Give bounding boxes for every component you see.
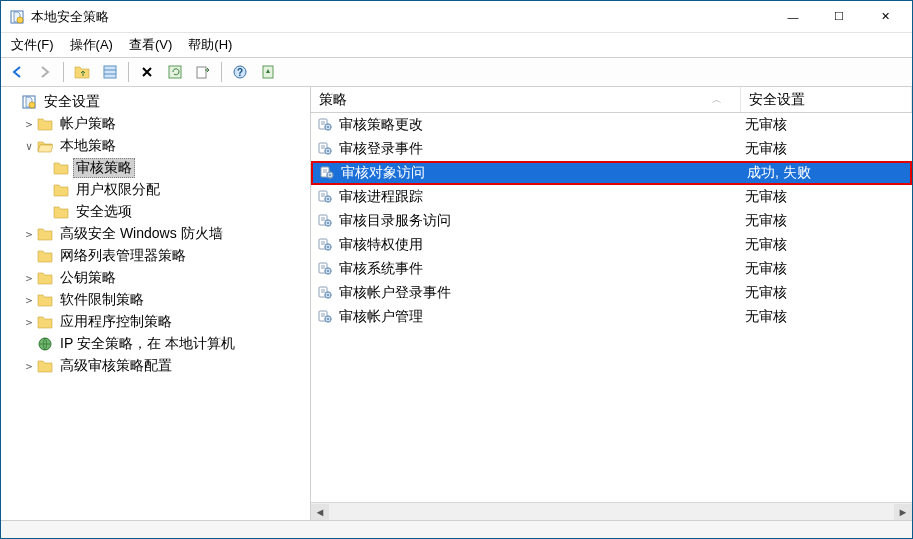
cell-policy-text: 审核登录事件 bbox=[339, 140, 423, 158]
toolbar: ? bbox=[1, 57, 912, 87]
tree-item-label: 高级审核策略配置 bbox=[57, 356, 175, 376]
tree-item-firewall[interactable]: > 高级安全 Windows 防火墙 bbox=[1, 223, 310, 245]
toolbar-separator bbox=[221, 62, 222, 82]
menu-view[interactable]: 查看(V) bbox=[129, 36, 172, 54]
list-row[interactable]: 审核系统事件无审核 bbox=[311, 257, 912, 281]
tree-pane[interactable]: 安全设置 > 帐户策略 ∨ 本地策略 审核策略 bbox=[1, 87, 311, 520]
svg-rect-12 bbox=[197, 67, 206, 78]
tree-item-account-policies[interactable]: > 帐户策略 bbox=[1, 113, 310, 135]
maximize-button[interactable]: ☐ bbox=[816, 2, 862, 32]
expander-icon[interactable]: > bbox=[21, 228, 37, 241]
content-area: 安全设置 > 帐户策略 ∨ 本地策略 审核策略 bbox=[1, 87, 912, 520]
policy-icon bbox=[317, 213, 335, 229]
minimize-button[interactable]: — bbox=[770, 2, 816, 32]
forward-button[interactable] bbox=[33, 60, 57, 84]
list-row[interactable]: 审核登录事件无审核 bbox=[311, 137, 912, 161]
globe-icon bbox=[37, 336, 53, 352]
tree-item-ipsec[interactable]: IP 安全策略，在 本地计算机 bbox=[1, 333, 310, 355]
policy-icon bbox=[317, 117, 335, 133]
tree-item-label: 应用程序控制策略 bbox=[57, 312, 175, 332]
tree-item-label: 用户权限分配 bbox=[73, 180, 163, 200]
menu-file[interactable]: 文件(F) bbox=[11, 36, 54, 54]
cell-policy-text: 审核进程跟踪 bbox=[339, 188, 423, 206]
tree-item-network-list[interactable]: 网络列表管理器策略 bbox=[1, 245, 310, 267]
folder-icon bbox=[37, 226, 53, 242]
tree-item-security-options[interactable]: 安全选项 bbox=[1, 201, 310, 223]
tree-item-appcontrol[interactable]: > 应用程序控制策略 bbox=[1, 311, 310, 333]
expander-icon[interactable]: > bbox=[21, 118, 37, 131]
column-header-setting[interactable]: 安全设置 bbox=[741, 87, 912, 112]
properties-button[interactable] bbox=[256, 60, 280, 84]
cell-policy: 审核目录服务访问 bbox=[317, 212, 741, 230]
list-row[interactable]: 审核进程跟踪无审核 bbox=[311, 185, 912, 209]
list-row[interactable]: 审核目录服务访问无审核 bbox=[311, 209, 912, 233]
scroll-left-icon[interactable]: ◄ bbox=[311, 504, 329, 520]
horizontal-scrollbar[interactable]: ◄ ► bbox=[311, 502, 912, 520]
cell-policy: 审核进程跟踪 bbox=[317, 188, 741, 206]
title-bar: 本地安全策略 — ☐ ✕ bbox=[1, 1, 912, 33]
back-button[interactable] bbox=[5, 60, 29, 84]
cell-policy-text: 审核特权使用 bbox=[339, 236, 423, 254]
folder-icon bbox=[37, 270, 53, 286]
menu-action[interactable]: 操作(A) bbox=[70, 36, 113, 54]
list-row[interactable]: 审核策略更改无审核 bbox=[311, 113, 912, 137]
expander-icon[interactable]: > bbox=[21, 272, 37, 285]
cell-setting: 无审核 bbox=[741, 116, 912, 134]
expander-icon[interactable]: > bbox=[21, 294, 37, 307]
cell-policy-text: 审核对象访问 bbox=[341, 164, 425, 182]
list-row[interactable]: 审核帐户登录事件无审核 bbox=[311, 281, 912, 305]
policy-icon bbox=[317, 189, 335, 205]
tree-item-audit-policy[interactable]: 审核策略 bbox=[1, 157, 310, 179]
delete-button[interactable] bbox=[135, 60, 159, 84]
toolbar-separator bbox=[128, 62, 129, 82]
tree-item-label: 帐户策略 bbox=[57, 114, 119, 134]
folder-open-icon bbox=[37, 138, 53, 154]
cell-policy: 审核登录事件 bbox=[317, 140, 741, 158]
scroll-right-icon[interactable]: ► bbox=[894, 504, 912, 520]
tree-item-user-rights[interactable]: 用户权限分配 bbox=[1, 179, 310, 201]
up-button[interactable] bbox=[70, 60, 94, 84]
expander-icon[interactable]: > bbox=[21, 360, 37, 373]
listview-button[interactable] bbox=[98, 60, 122, 84]
list-row[interactable]: 审核对象访问成功, 失败 bbox=[311, 161, 912, 185]
cell-setting: 无审核 bbox=[741, 188, 912, 206]
policy-icon bbox=[317, 237, 335, 253]
app-icon bbox=[9, 9, 25, 25]
close-button[interactable]: ✕ bbox=[862, 2, 908, 32]
cell-policy-text: 审核系统事件 bbox=[339, 260, 423, 278]
tree-item-advanced-audit[interactable]: > 高级审核策略配置 bbox=[1, 355, 310, 377]
column-header-policy[interactable]: 策略 ︿ bbox=[311, 87, 741, 112]
folder-icon bbox=[37, 116, 53, 132]
cell-policy: 审核帐户管理 bbox=[317, 308, 741, 326]
cell-setting: 成功, 失败 bbox=[743, 164, 910, 182]
tree-item-local-policies[interactable]: ∨ 本地策略 bbox=[1, 135, 310, 157]
expander-icon[interactable]: > bbox=[21, 316, 37, 329]
cell-policy-text: 审核帐户登录事件 bbox=[339, 284, 451, 302]
tree-root[interactable]: 安全设置 bbox=[1, 91, 310, 113]
tree-item-label: IP 安全策略，在 本地计算机 bbox=[57, 334, 238, 354]
menu-bar: 文件(F) 操作(A) 查看(V) 帮助(H) bbox=[1, 33, 912, 57]
svg-rect-8 bbox=[104, 66, 116, 78]
tree-item-label: 公钥策略 bbox=[57, 268, 119, 288]
tree-root-label: 安全设置 bbox=[41, 92, 103, 112]
list-row[interactable]: 审核帐户管理无审核 bbox=[311, 305, 912, 329]
policy-icon bbox=[317, 285, 335, 301]
export-button[interactable] bbox=[191, 60, 215, 84]
policy-icon bbox=[317, 261, 335, 277]
tree-item-label: 软件限制策略 bbox=[57, 290, 147, 310]
svg-text:?: ? bbox=[237, 67, 243, 78]
menu-help[interactable]: 帮助(H) bbox=[188, 36, 232, 54]
tree-item-software-restrict[interactable]: > 软件限制策略 bbox=[1, 289, 310, 311]
list-header: 策略 ︿ 安全设置 bbox=[311, 87, 912, 113]
tree-item-pubkey[interactable]: > 公钥策略 bbox=[1, 267, 310, 289]
list-body[interactable]: 审核策略更改无审核审核登录事件无审核审核对象访问成功, 失败审核进程跟踪无审核审… bbox=[311, 113, 912, 502]
expander-icon[interactable]: ∨ bbox=[21, 140, 37, 153]
window-title: 本地安全策略 bbox=[31, 8, 770, 26]
refresh-button[interactable] bbox=[163, 60, 187, 84]
folder-icon bbox=[37, 248, 53, 264]
cell-policy: 审核特权使用 bbox=[317, 236, 741, 254]
cell-setting: 无审核 bbox=[741, 236, 912, 254]
scroll-track[interactable] bbox=[329, 504, 894, 520]
list-row[interactable]: 审核特权使用无审核 bbox=[311, 233, 912, 257]
help-button[interactable]: ? bbox=[228, 60, 252, 84]
